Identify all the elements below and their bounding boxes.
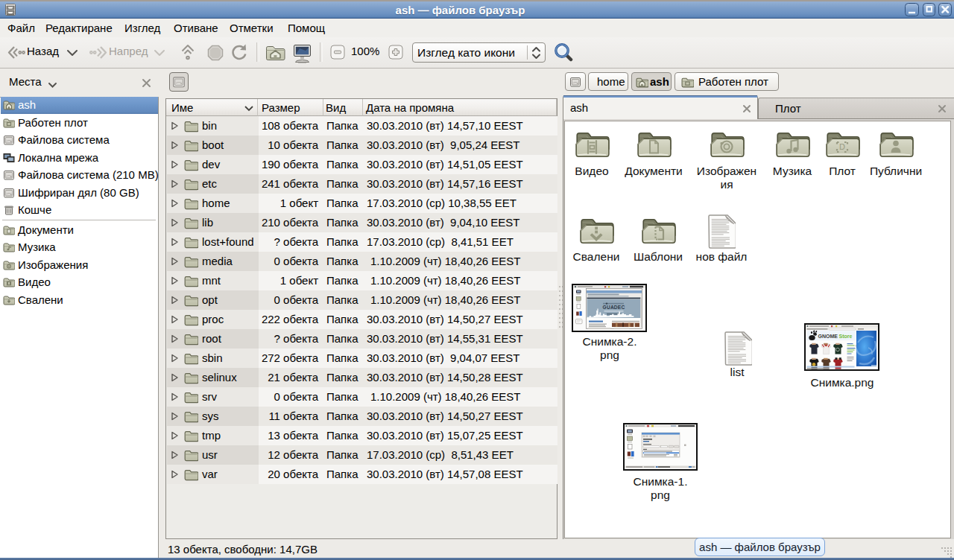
svg-text:GUADEC: GUADEC <box>603 305 625 310</box>
svg-text:GNOME: GNOME <box>818 334 838 339</box>
svg-text:D: D <box>839 142 845 151</box>
svg-text:Store: Store <box>839 334 853 339</box>
